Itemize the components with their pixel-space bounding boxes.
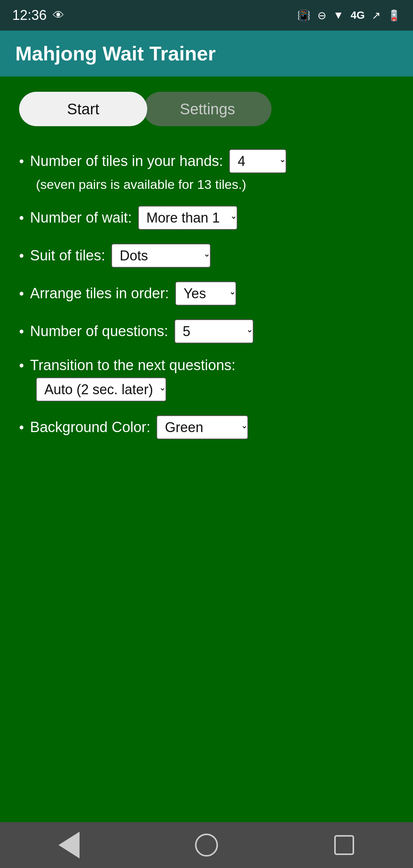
battery-icon: 🪫 — [387, 9, 401, 22]
status-right: 📳 ⊖ ▼ 4G ↗ 🪫 — [297, 9, 401, 22]
setting-tiles-row: • Number of tiles in your hands: 4 1 7 1… — [19, 149, 394, 173]
bullet-questions: • — [19, 323, 24, 340]
app-header: Mahjong Wait Trainer — [0, 31, 413, 76]
setting-suit-row: • Suit of tiles: Dots Bamboo Characters … — [19, 244, 394, 268]
select-background-color[interactable]: Green Blue Red Black White — [156, 415, 248, 439]
camera-icon: 👁 — [53, 9, 64, 22]
setting-transition-select-row: Auto (2 sec. later) Auto (5 sec. later) … — [36, 377, 394, 401]
setting-arrange-row: • Arrange tiles in order: Yes No — [19, 281, 394, 306]
select-number-of-wait[interactable]: More than 1 1 2 3 4 5 — [138, 206, 237, 230]
label-tiles: Number of tiles in your hands: — [30, 153, 223, 169]
recents-icon — [334, 835, 354, 855]
setting-transition-label-row: • Transition to the next questions: — [19, 357, 394, 374]
signal-icon: ↗ — [372, 9, 380, 22]
status-bar: 12:36 👁 📳 ⊖ ▼ 4G ↗ 🪫 — [0, 0, 413, 31]
label-questions: Number of questions: — [30, 323, 168, 340]
setting-suit-of-tiles: • Suit of tiles: Dots Bamboo Characters … — [19, 244, 394, 268]
select-suit-of-tiles[interactable]: Dots Bamboo Characters Mixed — [111, 244, 211, 268]
setting-color-row: • Background Color: Green Blue Red Black… — [19, 415, 394, 439]
setting-number-of-wait: • Number of wait: More than 1 1 2 3 4 5 — [19, 206, 394, 230]
tab-row: Start Settings — [19, 92, 272, 126]
dnd-icon: ⊖ — [317, 9, 326, 22]
label-transition: Transition to the next questions: — [30, 357, 236, 374]
setting-wait-row: • Number of wait: More than 1 1 2 3 4 5 — [19, 206, 394, 230]
main-content: Start Settings • Number of tiles in your… — [0, 76, 413, 822]
nav-back-button[interactable] — [54, 830, 84, 860]
label-color: Background Color: — [30, 419, 151, 436]
bullet-transition: • — [19, 358, 24, 374]
setting-transition: • Transition to the next questions: Auto… — [19, 357, 394, 401]
4g-label: 4G — [351, 9, 365, 21]
label-arrange: Arrange tiles in order: — [30, 285, 169, 302]
vibrate-icon: 📳 — [297, 9, 311, 22]
tab-start-button[interactable]: Start — [19, 92, 147, 126]
nav-home-button[interactable] — [191, 830, 222, 860]
setting-number-of-questions: • Number of questions: 5 3 10 15 20 Unli… — [19, 319, 394, 343]
bullet-wait: • — [19, 210, 24, 226]
bullet-color: • — [19, 419, 24, 436]
setting-arrange-tiles: • Arrange tiles in order: Yes No — [19, 281, 394, 306]
app-title: Mahjong Wait Trainer — [15, 42, 216, 65]
tab-settings-button[interactable]: Settings — [143, 92, 272, 126]
settings-list: • Number of tiles in your hands: 4 1 7 1… — [19, 149, 394, 439]
note-tiles: (seven pairs is available for 13 tiles.) — [36, 177, 394, 192]
bullet-suit: • — [19, 248, 24, 264]
back-icon — [59, 832, 80, 858]
label-wait: Number of wait: — [30, 210, 132, 226]
nav-recents-button[interactable] — [329, 830, 359, 860]
setting-background-color: • Background Color: Green Blue Red Black… — [19, 415, 394, 439]
select-transition[interactable]: Auto (2 sec. later) Auto (5 sec. later) … — [36, 377, 166, 401]
bottom-nav — [0, 822, 413, 868]
label-suit: Suit of tiles: — [30, 247, 105, 264]
setting-tiles-in-hand: • Number of tiles in your hands: 4 1 7 1… — [19, 149, 394, 192]
setting-questions-row: • Number of questions: 5 3 10 15 20 Unli… — [19, 319, 394, 343]
select-tiles-in-hand[interactable]: 4 1 7 10 13 — [229, 149, 286, 173]
status-time: 12:36 — [12, 7, 47, 23]
status-left: 12:36 👁 — [12, 7, 64, 23]
wifi-icon: ▼ — [333, 9, 344, 21]
select-arrange-tiles[interactable]: Yes No — [175, 281, 236, 306]
bullet-tiles: • — [19, 153, 24, 169]
select-number-of-questions[interactable]: 5 3 10 15 20 Unlimited — [174, 319, 254, 343]
bullet-arrange: • — [19, 286, 24, 302]
home-icon — [195, 834, 218, 857]
